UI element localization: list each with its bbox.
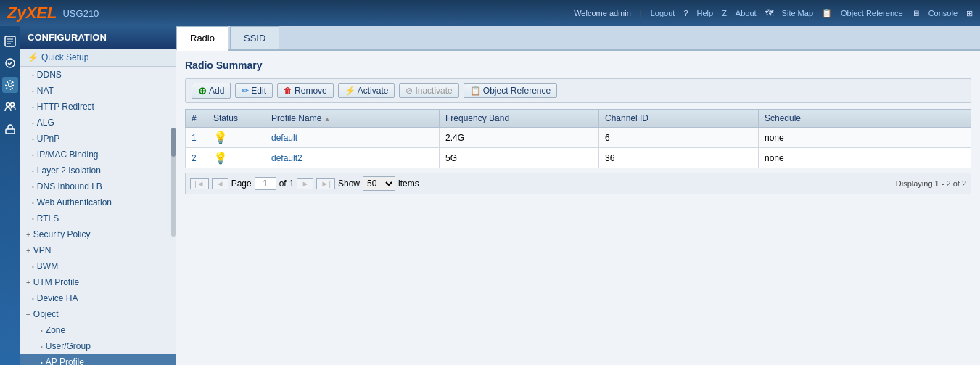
nav-icon-5[interactable] [2,120,18,136]
cell-profile-name: default2 [265,148,440,168]
cell-frequency-band: 5G [440,148,599,168]
pagination-controls: |◄ ◄ Page of 1 ► ►| Show 50 25 100 items [190,176,419,191]
sidebar-item-ddns[interactable]: • DDNS [20,67,176,83]
sidebar-item-http-redirect[interactable]: • HTTP Redirect [20,99,176,115]
model-name: USG210 [62,8,99,19]
of-label: of [279,179,287,189]
col-header-schedule: Schedule [759,110,971,128]
sidebar-item-label: ALG [37,118,54,128]
nav-icon-2[interactable] [2,55,18,71]
sort-asc-icon: ▲ [324,115,331,123]
header: ZyXEL USG210 Welcome admin | Logout ? He… [0,0,980,26]
console-link[interactable]: Console [928,9,958,17]
sidebar-item-upnp[interactable]: • UPnP [20,131,176,147]
nav-icon-4[interactable] [2,99,18,115]
sidebar-item-dns-inbound-lb[interactable]: • DNS Inbound LB [20,179,176,194]
bullet-icon: • [41,359,43,366]
svg-rect-7 [6,129,15,134]
about-icon: Z [722,9,727,17]
row-number[interactable]: 2 [192,153,197,163]
row-number[interactable]: 1 [192,133,197,143]
activate-button[interactable]: ⚡ Activate [338,83,395,98]
expand-icon: + [26,279,30,287]
bullet-icon: • [32,295,34,302]
sidebar-item-object[interactable]: − Object [20,306,176,322]
last-page-button[interactable]: ►| [316,178,335,189]
tab-bar: Radio SSID [176,26,980,51]
show-label: Show [338,179,360,189]
scrollbar-thumb[interactable] [171,128,176,157]
objref-link[interactable]: Object Reference [841,9,903,17]
tab-ssid[interactable]: SSID [230,26,279,49]
prev-page-button[interactable]: ◄ [212,178,228,189]
cell-frequency-band: 2.4G [440,128,599,148]
about-link[interactable]: About [736,9,757,17]
bullet-icon: • [32,88,34,94]
activate-icon: ⚡ [345,86,355,96]
sidebar-item-label: User/Group [46,341,91,351]
add-button[interactable]: ⊕ Add [192,83,231,99]
quick-setup-icon: ⚡ [28,52,38,62]
sidebar-item-utm-profile[interactable]: + UTM Profile [20,274,176,290]
cell-schedule: none [759,148,971,168]
quick-setup-link[interactable]: ⚡ Quick Setup [20,49,176,67]
data-table: # Status Profile Name ▲ Frequency Band C… [185,109,971,168]
object-reference-button[interactable]: 📋 Object Reference [464,83,557,98]
profile-name-link[interactable]: default2 [271,153,302,163]
table-row: 2 💡 default2 5G 36 none [186,148,971,168]
bullet-icon: • [32,216,34,222]
sidebar-item-alg[interactable]: • ALG [20,115,176,131]
sidebar-item-label: AP Profile [46,357,84,365]
sidebar-item-ap-profile[interactable]: • AP Profile [20,354,176,365]
cell-num: 2 [186,148,207,168]
next-page-button[interactable]: ► [297,178,313,189]
welcome-text: Welcome admin [574,9,631,17]
logout-link[interactable]: Logout [651,9,675,17]
edit-button[interactable]: ✏ Edit [235,83,273,98]
col-header-status: Status [207,110,265,128]
sidebar-item-user-group[interactable]: • User/Group [20,338,176,354]
main-layout: CONFIGURATION ⚡ Quick Setup • DDNS • NAT… [20,26,980,365]
col-header-profile-name[interactable]: Profile Name ▲ [265,110,440,128]
total-pages: 1 [289,179,295,189]
profile-name-link[interactable]: default [271,133,297,143]
col-header-frequency-band: Frequency Band [440,110,599,128]
sidebar-item-web-auth[interactable]: • Web Authentication [20,194,176,210]
help-link[interactable]: Help [697,9,714,17]
toolbar: ⊕ Add ✏ Edit 🗑 Remove ⚡ Activate ⊘ In [185,78,971,103]
show-count-select[interactable]: 50 25 100 [363,176,395,191]
sidebar-item-label: Web Authentication [37,197,112,208]
sidebar-item-label: DDNS [37,70,62,80]
sidebar: CONFIGURATION ⚡ Quick Setup • DDNS • NAT… [20,26,176,365]
sidebar-item-nat[interactable]: • NAT [20,83,176,99]
bullet-icon: • [32,104,34,110]
tab-radio[interactable]: Radio [176,26,228,51]
sitemap-link[interactable]: Site Map [782,9,813,17]
sidebar-item-zone[interactable]: • Zone [20,322,176,338]
edit-label: Edit [251,86,266,96]
edit-icon: ✏ [242,86,249,96]
nav-icon-gear[interactable] [2,77,18,93]
bullet-icon: • [32,263,34,270]
sidebar-item-ip-mac-binding[interactable]: • IP/MAC Binding [20,147,176,163]
nav-icon-1[interactable] [2,33,18,49]
sidebar-item-label: NAT [37,86,54,96]
sidebar-item-label: Layer 2 Isolation [37,165,101,176]
sidebar-item-device-ha[interactable]: • Device HA [20,290,176,306]
page-number-input[interactable] [255,177,276,190]
logo: ZyXEL [7,4,57,22]
sidebar-item-security-policy[interactable]: + Security Policy [20,226,176,242]
bullet-icon: • [32,200,34,206]
sidebar-item-vpn[interactable]: + VPN [20,242,176,258]
sidebar-item-rtls[interactable]: • RTLS [20,210,176,226]
inactivate-button[interactable]: ⊘ Inactivate [399,83,458,98]
page-label: Page [231,179,252,189]
first-page-button[interactable]: |◄ [190,178,209,189]
items-label: items [398,179,419,189]
bullet-icon: • [32,136,34,142]
sidebar-item-label: RTLS [37,213,59,223]
sidebar-item-layer2-isolation[interactable]: • Layer 2 Isolation [20,163,176,179]
panel-title: Radio Summary [185,60,971,71]
remove-button[interactable]: 🗑 Remove [277,83,334,98]
sidebar-item-bwm[interactable]: • BWM [20,258,176,274]
